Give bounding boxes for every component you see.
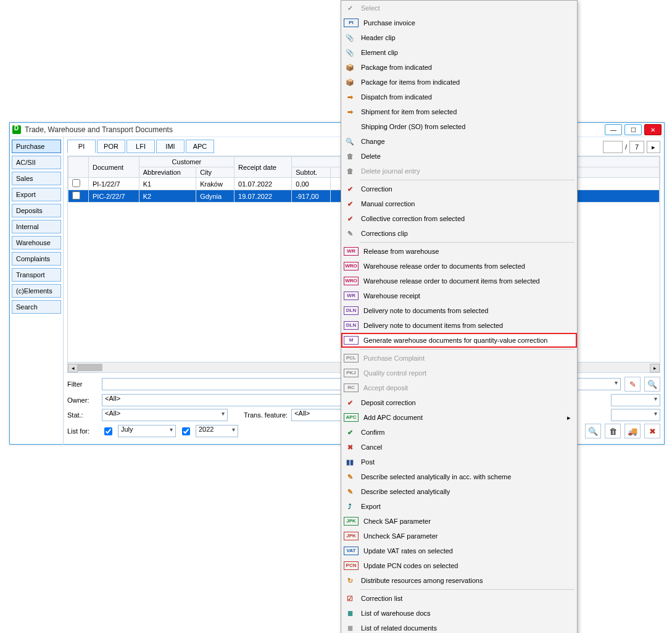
scroll-left-icon[interactable]: ◂ [68,364,78,372]
context-menu-item[interactable]: ☑Correction list [341,591,577,606]
context-menu-item[interactable]: ✎Corrections clip [341,226,577,241]
menu-item-icon: ▮▮ [344,457,356,467]
sidebar-item-purchase[interactable]: Purchase [12,140,61,153]
tab-apc[interactable]: APC [186,140,214,153]
cell-city: Gdynia [196,190,234,203]
menu-item-label: Uncheck SAF parameter [363,532,438,540]
context-menu-item[interactable]: ↻Distribute resources among reservations [341,573,577,588]
col-abbreviation[interactable]: Abbreviation [139,167,196,178]
context-menu-item[interactable]: JPKCheck SAF parameter [341,514,577,529]
owner-combo[interactable]: <All> [102,394,382,406]
col-city[interactable]: City [196,167,234,178]
context-menu-item[interactable]: APCAdd APC document▸ [341,410,577,425]
menu-item-icon: DLN [344,321,359,330]
tab-pi[interactable]: PI [67,140,96,153]
context-menu-item[interactable]: JPKUncheck SAF parameter [341,529,577,543]
owner-extra-combo[interactable] [611,394,660,406]
menu-item-icon: PCL [344,354,359,363]
filter-recent-combo[interactable] [571,378,621,390]
maximize-button[interactable]: ☐ [624,124,642,135]
page-select[interactable] [603,141,623,153]
context-menu-item[interactable]: PIPurchase invoice [341,15,577,30]
context-menu-item[interactable]: ✔Deposit correction [341,395,577,410]
row-checkbox[interactable] [72,179,80,187]
tab-imi[interactable]: IMI [156,140,185,153]
cell-date: 19.07.2022 [234,190,292,203]
menu-item-label: Cancel [361,443,382,451]
context-menu-item[interactable]: VATUpdate VAT rates on selected [341,543,577,558]
menu-item-label: Add APC document [363,414,423,421]
col-subtot[interactable]: Subtot. [292,167,331,178]
filter-clear-button[interactable]: ✎ [624,377,641,392]
menu-item-icon: ↻ [344,576,356,585]
context-menu-item[interactable]: ≣List of warehouse docs [341,606,577,621]
context-menu-item[interactable]: 📎Header clip [341,30,577,45]
menu-item-label: Accept deposit [363,384,408,392]
context-menu-item[interactable]: 📦Package for items from indicated [341,75,577,90]
context-menu-item[interactable]: 📦Package from indicated [341,60,577,75]
year-spinner[interactable]: 2022 [196,425,238,437]
col-receipt-date[interactable]: Receipt date [234,157,292,178]
sidebar-item-search[interactable]: Search [12,300,61,314]
context-menu-item[interactable]: ✔Correction [341,182,577,196]
list-for-month-checkbox[interactable] [104,427,112,435]
context-menu-item[interactable]: ≣List of related documents [341,621,577,633]
context-menu-item[interactable]: ✔Manual correction [341,196,577,211]
scroll-right-icon[interactable]: ▸ [650,364,660,372]
close-button[interactable]: ✕ [644,124,662,135]
sidebar-item-deposits[interactable]: Deposits [12,204,61,217]
transport-button[interactable]: 🚚 [624,424,641,438]
menu-item-label: Delete journal entry [361,167,420,175]
sidebar-item-warehouse[interactable]: Warehouse [12,236,61,249]
context-menu-item[interactable]: ➡Shipment for item from selected [341,104,577,119]
context-menu-item[interactable]: WRRelease from warehouse [341,244,577,259]
context-menu-item[interactable]: 🔍Change [341,134,577,149]
context-menu-item[interactable]: MGenerate warehouse documents for quanti… [341,333,577,348]
stat-combo[interactable]: <All> [102,409,228,421]
context-menu-item[interactable]: ✔Confirm [341,425,577,440]
search-button[interactable]: 🔍 [585,424,601,438]
context-menu-item[interactable]: ➡Dispatch from indicated [341,90,577,104]
col-document[interactable]: Document [89,157,139,178]
menu-item-label: Confirm [361,429,385,436]
menu-item-icon: 📦 [344,62,356,72]
sidebar-item-ac-sii[interactable]: AC/SII [12,156,61,169]
delete-button[interactable]: 🗑 [605,424,621,438]
stat-extra-combo[interactable] [611,409,660,421]
tab-por[interactable]: POR [97,140,125,153]
context-menu-item[interactable]: WRWarehouse receipt [341,288,577,303]
context-menu-item[interactable]: ⤴Export [341,499,577,514]
context-menu-item[interactable]: ✎Describe selected analytically [341,484,577,499]
sidebar-item-sales[interactable]: Sales [12,172,61,185]
context-menu-item[interactable]: WROWarehouse release order to document i… [341,274,577,288]
tab-lfi[interactable]: LFI [127,140,155,153]
sidebar-item-complaints[interactable]: Complaints [12,252,61,266]
context-menu-item[interactable]: PCNUpdate PCN codes on selected [341,558,577,573]
close-panel-button[interactable]: ✖ [644,424,660,438]
context-menu-item[interactable]: ✔Collective correction from selected [341,211,577,226]
menu-item-icon [344,122,356,132]
filter-advanced-button[interactable]: 🔍 [644,377,660,392]
scroll-thumb[interactable] [78,364,102,371]
context-menu-item[interactable]: 🗑Delete [341,149,577,164]
context-menu-separator [360,242,575,243]
context-menu-item[interactable]: DLNDelivery note to document items from … [341,318,577,333]
context-menu-item[interactable]: Shipping Order (SO) from selected [341,119,577,134]
row-checkbox[interactable] [72,191,80,199]
minimize-button[interactable]: — [605,124,622,135]
sidebar-item-celements[interactable]: (c)Elements [12,284,61,298]
context-menu-item[interactable]: WROWarehouse release order to documents … [341,259,577,274]
context-menu-item[interactable]: DLNDelivery note to documents from selec… [341,303,577,318]
page-number-spinner[interactable]: 7 [629,141,644,153]
sidebar-item-internal[interactable]: Internal [12,220,61,233]
sidebar-item-export[interactable]: Export [12,188,61,201]
sidebar-item-transport[interactable]: Transport [12,268,61,282]
context-menu-item[interactable]: 📎Element clip [341,45,577,60]
context-menu-item[interactable]: ✖Cancel [341,440,577,455]
context-menu-item[interactable]: ✎Describe selected analytically in acc. … [341,469,577,484]
month-combo[interactable]: July [118,425,176,437]
context-menu-item[interactable]: ▮▮Post [341,455,577,469]
col-group-customer[interactable]: Customer [139,157,234,167]
page-next-button[interactable]: ▸ [647,141,660,153]
list-for-year-checkbox[interactable] [182,427,190,435]
